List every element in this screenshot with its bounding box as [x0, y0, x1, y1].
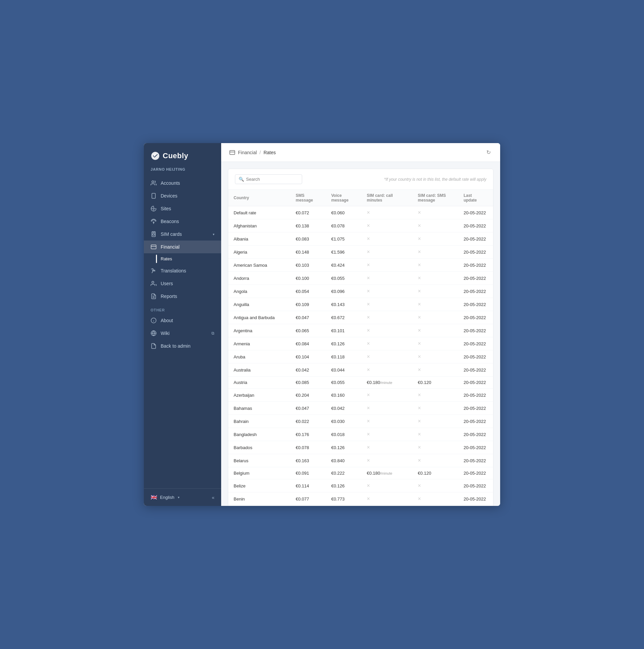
cell-voice: €0.126	[326, 337, 362, 350]
cell-voice: €0.773	[326, 492, 362, 506]
cell-sms: €0.091	[290, 467, 326, 479]
search-box[interactable]: 🔍	[235, 174, 302, 184]
cell-update: 20-05-2022	[458, 232, 493, 246]
cell-sim-sms: ×	[412, 492, 458, 506]
sidebar-item-beacons[interactable]: Beacons	[144, 215, 221, 228]
wiki-label: Wiki	[161, 331, 207, 336]
breadcrumb-separator: /	[259, 150, 261, 155]
cell-sim-call: ×	[361, 492, 412, 506]
sites-label: Sites	[161, 206, 214, 211]
cell-sms: €0.114	[290, 479, 326, 492]
cell-sms: €0.078	[290, 441, 326, 454]
svg-rect-10	[153, 234, 155, 235]
sidebar-item-sim-cards[interactable]: SIM cards ▾	[144, 228, 221, 241]
cell-sim-sms: ×	[412, 272, 458, 285]
back-admin-icon	[151, 343, 157, 349]
search-icon: 🔍	[239, 177, 244, 182]
cell-sim-call: ×	[361, 324, 412, 337]
sidebar-item-accounts[interactable]: Accounts	[144, 177, 221, 189]
cell-sms: €0.103	[290, 259, 326, 272]
table-row: Belize€0.114€0.126××20-05-2022	[228, 479, 493, 492]
cell-update: 20-05-2022	[458, 428, 493, 441]
cell-sim-call: ×	[361, 389, 412, 402]
cell-sms: €0.098	[290, 506, 326, 506]
cell-country: Bermuda	[228, 506, 290, 506]
cell-sms: €0.022	[290, 415, 326, 428]
cell-sim-sms: ×	[412, 246, 458, 259]
cell-country: Algeria	[228, 246, 290, 259]
sidebar-item-financial[interactable]: Financial	[144, 241, 221, 253]
sidebar-item-back-admin[interactable]: Back to admin	[144, 340, 221, 352]
cell-sim-call: ×	[361, 415, 412, 428]
users-label: Users	[161, 281, 214, 286]
svg-rect-24	[230, 150, 235, 155]
cell-sms: €0.072	[290, 206, 326, 219]
table-row: Belgium€0.091€0.222€0.180/minute€0.12020…	[228, 467, 493, 479]
cell-country: Armenia	[228, 337, 290, 350]
content-area: 🔍 *If your country is not in this list, …	[221, 162, 500, 506]
sidebar-item-reports[interactable]: Reports	[144, 290, 221, 303]
language-chevron-icon: ▾	[178, 495, 179, 499]
cell-update: 20-05-2022	[458, 363, 493, 377]
table-row: Bahrain€0.022€0.030××20-05-2022	[228, 415, 493, 428]
sidebar: Cuebly JARNO HEIJTING Accounts D	[144, 143, 221, 506]
table-row: Antigua and Barbuda€0.047€0.672××20-05-2…	[228, 311, 493, 324]
sidebar-item-users[interactable]: Users	[144, 277, 221, 290]
refresh-button[interactable]: ↻	[485, 148, 492, 157]
cell-sms: €0.163	[290, 454, 326, 467]
main-area: Financial / Rates ↻ 🔍 *If your country i…	[221, 143, 500, 506]
table-row: Austria€0.085€0.055€0.180/minute€0.12020…	[228, 377, 493, 389]
about-icon	[151, 317, 157, 323]
reports-label: Reports	[161, 294, 214, 299]
table-row: Default rate€0.072€0.060××20-05-2022	[228, 206, 493, 219]
svg-rect-1	[156, 154, 157, 155]
cuebly-logo-icon	[151, 151, 160, 161]
cell-sim-sms: ×	[412, 479, 458, 492]
cell-sms: €0.054	[290, 285, 326, 298]
about-label: About	[161, 318, 214, 323]
sidebar-collapse-button[interactable]: «	[212, 495, 214, 500]
sim-chevron-icon: ▾	[213, 232, 214, 236]
cell-voice: €0.143	[326, 298, 362, 311]
cell-voice: €0.055	[326, 272, 362, 285]
cell-sim-call: ×	[361, 259, 412, 272]
cell-sim-sms: ×	[412, 402, 458, 415]
cell-sim-sms: ×	[412, 311, 458, 324]
cell-country: Antigua and Barbuda	[228, 311, 290, 324]
breadcrumb-financial-icon	[229, 149, 235, 156]
cell-country: Bangladesh	[228, 428, 290, 441]
breadcrumb-parent[interactable]: Financial	[238, 150, 257, 155]
sidebar-item-sites[interactable]: Sites	[144, 202, 221, 215]
cell-update: 20-05-2022	[458, 350, 493, 363]
table-row: Armenia€0.084€0.126××20-05-2022	[228, 337, 493, 350]
cell-voice: €0.030	[326, 415, 362, 428]
sidebar-item-wiki[interactable]: Wiki ⧉	[144, 327, 221, 340]
table-row: Aruba€0.104€0.118××20-05-2022	[228, 350, 493, 363]
sidebar-item-translations[interactable]: Translations	[144, 264, 221, 277]
translations-icon	[151, 268, 157, 274]
cell-update: 20-05-2022	[458, 467, 493, 479]
col-header-sim-call: SIM card: callminutes	[361, 190, 412, 206]
table-row: Benin€0.077€0.773××20-05-2022	[228, 492, 493, 506]
cell-country: Bahamas	[228, 402, 290, 415]
sim-cards-label: SIM cards	[161, 231, 209, 237]
sidebar-subitem-rates[interactable]: Rates	[144, 253, 221, 264]
cell-sim-call: ×	[361, 232, 412, 246]
cell-country: Bahrain	[228, 415, 290, 428]
table-row: Anguilla€0.109€0.143××20-05-2022	[228, 298, 493, 311]
cell-sms: €0.085	[290, 377, 326, 389]
beacons-icon	[151, 218, 157, 224]
app-window: Cuebly JARNO HEIJTING Accounts D	[144, 143, 500, 506]
table-row: Afghanistan€0.138€0.078××20-05-2022	[228, 219, 493, 232]
table-row: Azerbaijan€0.204€0.160××20-05-2022	[228, 389, 493, 402]
sidebar-item-devices[interactable]: Devices	[144, 189, 221, 202]
search-input[interactable]	[246, 177, 298, 182]
cell-sim-sms: ×	[412, 285, 458, 298]
cell-country: Andorra	[228, 272, 290, 285]
cell-sim-sms: ×	[412, 324, 458, 337]
cell-sim-sms: ×	[412, 337, 458, 350]
cell-voice: €0.044	[326, 363, 362, 377]
sidebar-item-about[interactable]: About	[144, 314, 221, 327]
breadcrumb-current: Rates	[264, 150, 276, 155]
cell-sim-sms: €0.120	[412, 377, 458, 389]
